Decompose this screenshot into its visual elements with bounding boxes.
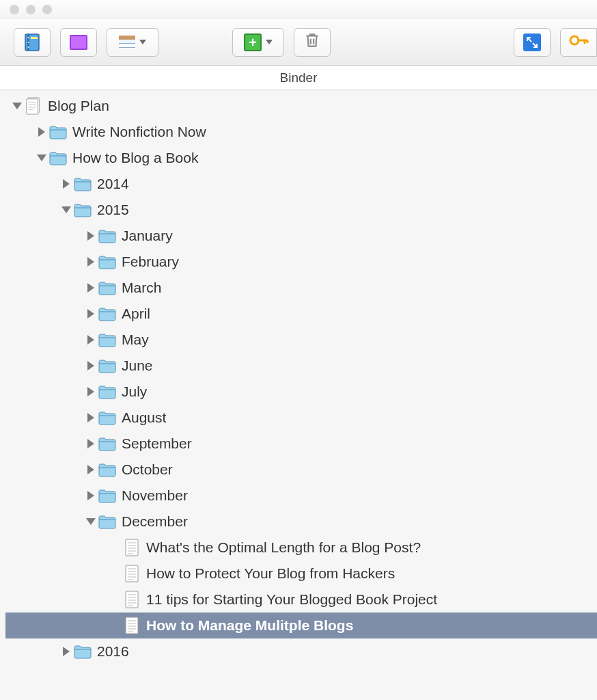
chevron-down-icon <box>139 40 146 44</box>
corkboard-view-button[interactable] <box>60 28 97 57</box>
tree-folder-row[interactable]: September <box>5 431 597 457</box>
disclosure-triangle[interactable] <box>85 386 97 398</box>
disclosure-triangle[interactable] <box>85 515 97 528</box>
folder-icon <box>98 436 116 451</box>
zoom-window-button[interactable] <box>42 5 52 14</box>
add-item-button[interactable]: + <box>232 28 284 57</box>
binder-tree[interactable]: Blog PlanWrite Nonfiction NowHow to Blog… <box>0 90 597 667</box>
outliner-view-button[interactable] <box>107 28 158 57</box>
minimize-window-button[interactable] <box>26 5 36 14</box>
disclosure-triangle[interactable] <box>36 152 48 164</box>
folder-icon <box>98 514 116 529</box>
folder-icon <box>74 202 92 217</box>
disclosure-triangle[interactable] <box>85 308 97 320</box>
toolbar: + <box>0 19 597 66</box>
binder-view-button[interactable] <box>14 28 51 57</box>
binder-column-header: Binder <box>0 66 597 90</box>
tree-item-label: January <box>122 228 173 244</box>
tree-item-label: October <box>122 461 173 478</box>
tree-document-row[interactable]: What's the Optimal Length for a Blog Pos… <box>5 535 597 561</box>
tree-folder-row[interactable]: July <box>5 379 597 405</box>
document-icon <box>123 618 141 633</box>
disclosure-triangle[interactable] <box>85 438 97 450</box>
tree-item-label: May <box>122 332 149 348</box>
tree-root-row[interactable]: Blog Plan <box>5 93 597 119</box>
folder-icon <box>74 644 92 659</box>
tree-item-label: 2016 <box>97 643 129 660</box>
tree-document-row[interactable]: How to Protect Your Blog from Hackers <box>5 561 597 587</box>
close-window-button[interactable] <box>10 5 19 14</box>
tree-item-label: July <box>122 383 147 400</box>
chevron-down-icon <box>266 40 273 44</box>
tree-folder-row[interactable]: January <box>5 223 597 249</box>
tree-folder-row[interactable]: February <box>5 249 597 275</box>
svg-rect-5 <box>31 37 38 39</box>
disclosure-triangle[interactable] <box>85 230 97 242</box>
tree-folder-row[interactable]: April <box>5 301 597 327</box>
tree-item-label: 2015 <box>97 202 129 218</box>
tree-folder-row[interactable]: 2015 <box>5 197 597 223</box>
disclosure-triangle[interactable] <box>85 334 97 346</box>
tree-folder-row[interactable]: May <box>5 327 597 353</box>
tree-item-label: April <box>122 306 150 322</box>
document-icon <box>123 566 141 581</box>
tree-document-row[interactable]: How to Manage Mulitple Blogs <box>5 612 597 638</box>
tree-folder-row[interactable]: December <box>5 509 597 535</box>
window-titlebar <box>0 0 597 19</box>
disclosure-triangle[interactable] <box>85 463 97 476</box>
tree-document-row[interactable]: 11 tips for Starting Your Blogged Book P… <box>5 587 597 612</box>
tree-folder-row[interactable]: How to Blog a Book <box>5 145 597 171</box>
tree-item-label: Blog Plan <box>48 98 109 114</box>
tree-item-label: 2014 <box>97 176 129 192</box>
folder-icon <box>98 410 116 425</box>
keywords-button[interactable] <box>560 28 597 57</box>
expand-arrows-icon <box>523 33 541 51</box>
disclosure-triangle[interactable] <box>11 100 23 112</box>
tree-folder-row[interactable]: August <box>5 405 597 431</box>
folder-icon <box>74 176 92 191</box>
tree-item-label: November <box>122 487 188 504</box>
folder-icon <box>98 358 116 373</box>
document-icon <box>123 592 141 607</box>
tree-folder-row[interactable]: October <box>5 457 597 483</box>
tree-folder-row[interactable]: June <box>5 353 597 379</box>
disclosure-triangle[interactable] <box>36 126 48 138</box>
tree-folder-row[interactable]: 2016 <box>5 638 597 664</box>
tree-item-label: How to Blog a Book <box>72 150 198 166</box>
tree-item-label: September <box>122 435 192 452</box>
folder-icon <box>98 228 116 243</box>
folder-icon <box>49 124 67 139</box>
tree-item-label: February <box>122 254 179 270</box>
tree-item-label: June <box>122 358 153 374</box>
svg-point-3 <box>28 42 29 43</box>
folder-icon <box>98 280 116 295</box>
svg-point-6 <box>570 36 579 44</box>
binder-header-label: Binder <box>280 70 318 85</box>
tree-item-label: August <box>122 409 166 426</box>
document-icon <box>123 540 141 555</box>
trash-button[interactable] <box>294 28 331 57</box>
plus-icon: + <box>244 33 262 51</box>
disclosure-triangle[interactable] <box>85 360 97 372</box>
tree-folder-row[interactable]: 2014 <box>5 171 597 197</box>
disclosure-triangle[interactable] <box>60 645 72 658</box>
tree-item-label: 11 tips for Starting Your Blogged Book P… <box>146 591 437 608</box>
disclosure-triangle[interactable] <box>85 282 97 294</box>
tree-folder-row[interactable]: Write Nonfiction Now <box>5 119 597 145</box>
folder-icon <box>98 384 116 399</box>
svg-point-2 <box>28 37 29 38</box>
disclosure-triangle[interactable] <box>85 256 97 268</box>
disclosure-triangle[interactable] <box>60 204 72 216</box>
tree-item-label: March <box>122 280 161 296</box>
disclosure-triangle[interactable] <box>60 178 72 190</box>
disclosure-triangle[interactable] <box>85 412 97 424</box>
folder-icon <box>49 150 67 165</box>
tree-folder-row[interactable]: November <box>5 483 597 509</box>
tree-item-label: How to Manage Mulitple Blogs <box>146 617 353 634</box>
tree-item-label: December <box>122 513 188 530</box>
disclosure-triangle[interactable] <box>85 489 97 502</box>
tree-folder-row[interactable]: March <box>5 275 597 301</box>
folder-icon <box>98 254 116 269</box>
outliner-icon <box>119 36 135 49</box>
fullscreen-compose-button[interactable] <box>514 28 551 57</box>
